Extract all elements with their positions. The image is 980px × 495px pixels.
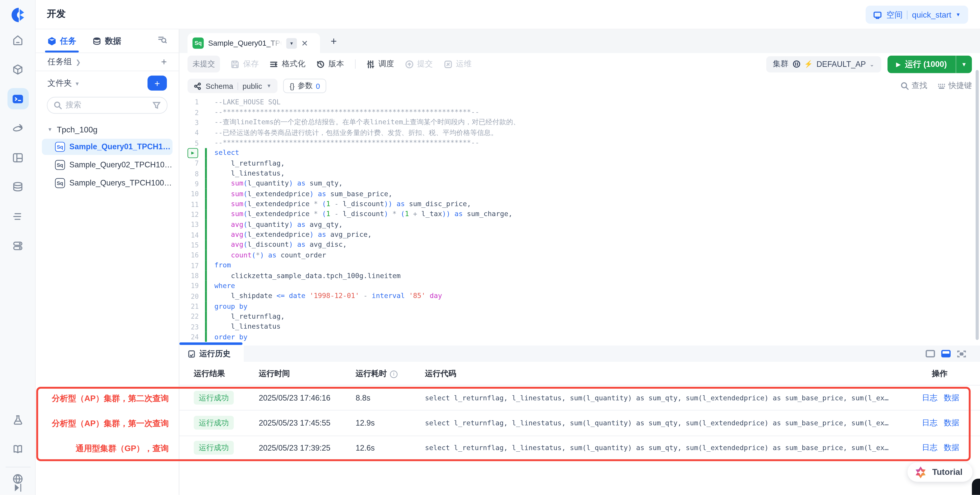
rail-divider <box>5 467 30 467</box>
code-line-9[interactable]: 9 sum(l_quantity) as sum_qty, <box>180 178 980 189</box>
statement-indicator <box>205 169 207 178</box>
filter-icon[interactable] <box>153 101 161 110</box>
data-link[interactable]: 数据 <box>944 443 959 454</box>
cube-icon[interactable] <box>7 59 28 80</box>
code-line-19[interactable]: 19where <box>180 281 980 291</box>
collapse-icon[interactable] <box>7 477 28 495</box>
code-text: --查询lineItems的一个定价总结报告。在单个表lineitem上查询某个… <box>215 118 520 127</box>
code-line-4[interactable]: 4--已经运送的等各类商品进行统计，包括业务量的计费、发货、折扣、税、平均价格等… <box>180 127 980 138</box>
panel-split-icon[interactable] <box>941 350 951 357</box>
code-line-20[interactable]: 20 l_shipdate <= date '1998-12-01' - int… <box>180 291 980 301</box>
schema-selector[interactable]: Schema public ▼ <box>188 79 278 93</box>
chat-widget-corner[interactable] <box>972 479 980 495</box>
tab-data[interactable]: 数据 <box>92 29 121 53</box>
terminal-icon[interactable] <box>7 88 28 109</box>
tab-tasks[interactable]: 任务 <box>48 29 76 53</box>
panel-normal-icon[interactable] <box>926 350 935 357</box>
code-editor[interactable]: 1--LAKE_HOUSE SQL2--********************… <box>180 97 980 343</box>
log-link[interactable]: 日志 <box>922 418 937 428</box>
search-input[interactable]: 搜索 <box>47 97 168 114</box>
add-task-group-button[interactable]: + <box>161 57 167 67</box>
ops-button[interactable]: 运维 <box>444 59 472 69</box>
board-icon[interactable] <box>7 147 28 168</box>
code-line-3[interactable]: 3--查询lineItems的一个定价总结报告。在单个表lineitem上查询某… <box>180 117 980 127</box>
hotkeys-button[interactable]: 快捷键 <box>937 81 972 91</box>
workspace-switcher[interactable]: 空间 quick_start ▼ <box>865 6 968 24</box>
run-statement-button[interactable]: ▶ <box>188 148 198 158</box>
editor-tab-active[interactable]: Sq Sample_Query01_TPCH100g_D ▼ ✕ <box>188 33 320 53</box>
server-icon[interactable] <box>7 235 28 256</box>
find-button[interactable]: 查找 <box>900 81 927 91</box>
code-line-16[interactable]: 16 count(*) as count_order <box>180 250 980 260</box>
fork-icon <box>194 82 201 89</box>
tree-item-2[interactable]: SqSample_Query02_TPCH10… <box>42 157 172 173</box>
sidebar-tabs: 任务 数据 <box>36 29 179 53</box>
code-text: avg(l_quantity) as avg_qty, <box>215 220 343 229</box>
code-line-5[interactable]: 5--*************************************… <box>180 138 980 148</box>
code-text: --**************************************… <box>215 139 479 147</box>
tree-item-3[interactable]: SqSample_Querys_TPCH100… <box>42 175 172 191</box>
run-dropdown[interactable]: ▼ <box>956 56 972 73</box>
monitor-run-icon[interactable] <box>7 117 28 138</box>
code-line-14[interactable]: 14 avg(l_extendedprice) as avg_price, <box>180 230 980 240</box>
code-line-12[interactable]: 12 sum(l_extendedprice * (1 - l_discount… <box>180 209 980 220</box>
log-link[interactable]: 日志 <box>922 443 937 454</box>
schedule-button[interactable]: 调度 <box>366 59 394 69</box>
log-link[interactable]: 日志 <box>922 392 937 403</box>
home-icon[interactable] <box>7 29 28 51</box>
code-line-23[interactable]: 23 l_linestatus <box>180 322 980 332</box>
code-line-18[interactable]: 18 clickzetta_sample_data.tpch_100g.line… <box>180 271 980 281</box>
save-button[interactable]: 保存 <box>231 59 259 69</box>
format-button[interactable]: 格式化 <box>269 59 305 69</box>
data-link[interactable]: 数据 <box>944 392 959 403</box>
tree-item-1[interactable]: SqSample_Query01_TPCH1… <box>42 139 172 155</box>
list-icon[interactable] <box>7 206 28 227</box>
tutorial-button[interactable]: Tutorial <box>907 462 973 482</box>
code-line-17[interactable]: 17from <box>180 260 980 271</box>
history-row-1[interactable]: 运行成功2025/05/23 17:46:168.8sselect l_retu… <box>180 385 980 410</box>
statement-indicator <box>205 117 207 127</box>
search-list-icon[interactable] <box>158 35 167 47</box>
column-header-1: 运行结果 <box>194 369 225 379</box>
panel-expand-icon[interactable] <box>957 349 966 358</box>
sql-file-icon: Sq <box>192 38 204 49</box>
code-line-15[interactable]: 15 avg(l_discount) as avg_disc, <box>180 240 980 250</box>
editor-tabstrip: Sq Sample_Query01_TPCH100g_D ▼ ✕ + <box>180 29 980 53</box>
status-badge: 运行成功 <box>194 391 234 404</box>
cluster-selector[interactable]: 集群 ⚡DEFAULT_AP ⌄ <box>766 56 881 72</box>
code-line-11[interactable]: 11 sum(l_extendedprice * (1 - l_discount… <box>180 199 980 209</box>
tab-close-icon[interactable]: ✕ <box>301 39 308 47</box>
tab-dropdown-icon[interactable]: ▼ <box>286 38 297 48</box>
data-link[interactable]: 数据 <box>944 418 959 428</box>
code-line-8[interactable]: 8 l_linestatus, <box>180 169 980 178</box>
database-icon[interactable] <box>7 176 28 197</box>
code-line-13[interactable]: 13 avg(l_quantity) as avg_qty, <box>180 220 980 230</box>
task-group-row[interactable]: 任务组 ❯ + <box>36 53 179 71</box>
code-line-6[interactable]: select▶ <box>180 148 980 158</box>
tree-folder[interactable]: ▼ Tpch_100g <box>42 123 172 137</box>
code-line-21[interactable]: 21group by <box>180 301 980 311</box>
statement-indicator <box>205 158 207 169</box>
params-button[interactable]: {} 参数 0 <box>283 79 326 93</box>
code-line-1[interactable]: 1--LAKE_HOUSE SQL <box>180 97 980 107</box>
folder-row[interactable]: 文件夹 ▾ + <box>36 71 179 95</box>
statement-indicator <box>205 311 207 322</box>
horizontal-scrollbar[interactable] <box>180 342 242 345</box>
code-line-10[interactable]: 10 sum(l_extendedprice) as sum_base_pric… <box>180 189 980 199</box>
submit-button[interactable]: 提交 <box>405 59 433 69</box>
vertical-scrollbar[interactable] <box>976 70 979 340</box>
run-history-tab[interactable]: 运行历史 <box>180 345 244 362</box>
run-button[interactable]: ▶运行 (1000) ▼ <box>887 56 972 73</box>
code-line-7[interactable]: 7 l_returnflag, <box>180 158 980 169</box>
info-icon[interactable]: i <box>390 370 397 378</box>
history-row-3[interactable]: 运行成功2025/05/23 17:39:2512.6sselect l_ret… <box>180 435 980 460</box>
code-line-24[interactable]: 24order by <box>180 332 980 342</box>
version-button[interactable]: 版本 <box>316 59 344 69</box>
code-line-22[interactable]: 22 l_returnflag, <box>180 311 980 322</box>
history-row-2[interactable]: 运行成功2025/05/23 17:45:5512.9sselect l_ret… <box>180 410 980 435</box>
new-tab-button[interactable]: + <box>331 36 337 48</box>
statement-indicator <box>205 322 207 332</box>
statement-indicator <box>205 332 207 342</box>
code-line-2[interactable]: 2--*************************************… <box>180 107 980 117</box>
add-file-button[interactable]: + <box>148 76 167 91</box>
